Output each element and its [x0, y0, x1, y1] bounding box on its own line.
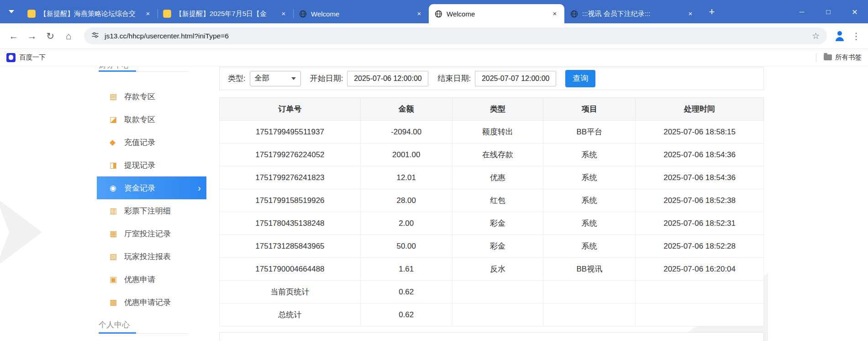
table-header-row: 订单号 金额 类型 项目 处理时间 — [220, 98, 764, 121]
header-processed-time: 处理时间 — [636, 98, 764, 121]
table-row: 1751799158519926 28.00 红包 系统 2025-07-06 … — [220, 189, 764, 212]
home-button[interactable]: ⌂ — [59, 27, 78, 45]
window-controls: ─ □ × — [789, 0, 868, 23]
new-tab-button[interactable]: + — [705, 6, 718, 19]
forward-button[interactable]: → — [23, 27, 41, 45]
query-button[interactable]: 查询 — [565, 70, 595, 87]
tab-close-icon[interactable]: × — [686, 10, 694, 18]
tab-close-icon[interactable]: × — [415, 10, 423, 18]
type-select[interactable]: 全部 — [250, 71, 301, 86]
divider — [816, 53, 816, 62]
pagination-box — [219, 332, 764, 341]
cell-project: BB平台 — [543, 121, 636, 144]
tab-title: 【新提醒】2025年7月5日【金 — [175, 10, 275, 18]
hall-bet-icon: ▦ — [110, 229, 124, 239]
baidu-icon — [6, 53, 16, 62]
start-date-input[interactable] — [347, 71, 428, 86]
person-icon — [834, 31, 845, 42]
table-row: 1751780435138248 2.00 彩金 系统 2025-07-06 1… — [220, 212, 764, 235]
reload-button[interactable]: ↻ — [41, 27, 59, 45]
profile-icon[interactable] — [831, 27, 849, 45]
close-window-button[interactable]: × — [842, 0, 868, 23]
tab-title: Welcome — [311, 10, 411, 18]
cell-type: 彩金 — [452, 235, 543, 258]
table-row: 1751731285843965 50.00 彩金 系统 2025-07-06 … — [220, 235, 764, 258]
site-info-icon[interactable] — [91, 31, 99, 41]
table-row-grand-total: 总统计 0.62 — [220, 304, 764, 326]
cell-time: 2025-07-06 18:52:28 — [636, 235, 764, 258]
recharge-icon: ◆ — [110, 138, 124, 147]
sidebar-menu: ▤ 存款专区 ◪ 取款专区 ◆ 充值记录 ◨ 提现记录 ◉ 资金记录 — [97, 85, 206, 314]
sidebar-item-label: 彩票下注明细 — [124, 206, 171, 216]
forum-favicon-icon — [27, 10, 36, 18]
sidebar-item-recharge-records[interactable]: ◆ 充值记录 — [97, 131, 206, 154]
tab-close-icon[interactable]: × — [279, 10, 288, 18]
cell-time: 2025-07-06 18:52:31 — [636, 212, 764, 235]
bookmark-baidu[interactable]: 百度一下 — [6, 53, 46, 62]
header-order-id: 订单号 — [220, 98, 361, 121]
cell-type: 反水 — [452, 258, 543, 281]
browser-window: 【新提醒】海燕策略论坛综合交 × 【新提醒】2025年7月5日【金 × Welc… — [0, 0, 868, 341]
menu-dots-icon[interactable]: ⋮ — [849, 27, 863, 45]
cell-amount: 1.61 — [360, 258, 452, 281]
end-date-label: 结束日期: — [437, 73, 471, 84]
cell-empty — [636, 304, 764, 326]
header-project: 项目 — [543, 98, 636, 121]
cell-order-id: 1751799495511937 — [220, 121, 361, 144]
tab-title: 【新提醒】海燕策略论坛综合交 — [40, 10, 140, 18]
cell-time: 2025-07-06 16:20:04 — [636, 258, 764, 281]
cell-type: 红包 — [452, 189, 543, 212]
sidebar-item-label: 取款专区 — [124, 114, 155, 125]
page-content: 财务中心 ▤ 存款专区 ◪ 取款专区 ◆ 充值记录 ◨ 提现记录 — [0, 66, 868, 341]
sidebar-item-promo-application[interactable]: ▣ 优惠申请 — [97, 268, 206, 291]
sidebar-item-player-bet-report[interactable]: ▧ 玩家投注报表 — [97, 245, 206, 268]
bookmark-star-icon[interactable]: ☆ — [812, 31, 820, 41]
sidebar-item-lottery-bet-details[interactable]: ▥ 彩票下注明细 — [97, 199, 206, 222]
sidebar-item-funds-records[interactable]: ◉ 资金记录 › — [97, 176, 206, 199]
table-row: 1751790004664488 1.61 反水 BB视讯 2025-07-06… — [220, 258, 764, 281]
sidebar-item-label: 玩家投注报表 — [124, 251, 171, 262]
player-report-icon: ▧ — [110, 252, 124, 261]
promo-record-icon: ▩ — [110, 298, 124, 307]
sidebar-item-withdrawal-records[interactable]: ◨ 提现记录 — [97, 154, 206, 176]
tab-close-icon[interactable]: × — [551, 10, 559, 18]
browser-tab-welcome-active[interactable]: Welcome × — [429, 4, 564, 23]
cell-time: 2025-07-06 18:52:38 — [636, 189, 764, 212]
tab-search-chevron-icon[interactable] — [5, 0, 18, 23]
tab-strip: 【新提醒】海燕策略论坛综合交 × 【新提醒】2025年7月5日【金 × Welc… — [0, 0, 868, 23]
browser-tab-welcome-1[interactable]: Welcome × — [293, 4, 429, 23]
sidebar-item-hall-bet-records[interactable]: ▦ 厅室投注记录 — [97, 222, 206, 245]
cell-time: 2025-07-06 18:54:36 — [636, 144, 764, 166]
cell-amount: 2.00 — [360, 212, 452, 235]
end-date-input[interactable] — [475, 71, 556, 86]
minimize-button[interactable]: ─ — [789, 0, 815, 23]
browser-tab-video-records[interactable]: :::视讯 会员下注纪录::: × — [564, 4, 700, 23]
cell-amount: 12.01 — [360, 166, 452, 189]
cell-empty — [543, 281, 636, 304]
chevron-right-icon: › — [198, 183, 201, 193]
cell-project: 系统 — [543, 166, 636, 189]
withdrawal-record-icon: ◨ — [110, 160, 124, 170]
tab-close-icon[interactable]: × — [144, 10, 152, 18]
browser-tab-forum-1[interactable]: 【新提醒】海燕策略论坛综合交 × — [22, 4, 158, 23]
sidebar-item-label: 存款专区 — [124, 91, 155, 102]
cell-order-id: 1751731285843965 — [220, 235, 361, 258]
back-button[interactable]: ← — [5, 27, 23, 45]
sidebar-item-label: 提现记录 — [124, 160, 155, 170]
sidebar-item-withdraw-zone[interactable]: ◪ 取款专区 — [97, 108, 206, 131]
sidebar-item-deposit-zone[interactable]: ▤ 存款专区 — [97, 85, 206, 108]
maximize-button[interactable]: □ — [815, 0, 842, 23]
all-bookmarks[interactable]: 所有书签 — [816, 53, 862, 62]
cell-empty — [543, 304, 636, 326]
cell-type: 额度转出 — [452, 121, 543, 144]
sidebar-item-promo-application-records[interactable]: ▩ 优惠申请记录 — [97, 291, 206, 314]
globe-favicon-icon — [434, 10, 442, 18]
deposit-icon: ▤ — [110, 92, 124, 101]
url-text[interactable]: js13.cc/hhcp/usercenter.html?iniType=6 — [105, 32, 812, 40]
cell-type: 在线存款 — [452, 144, 543, 166]
table-row: 1751799276224052 2001.00 在线存款 系统 2025-07… — [220, 144, 764, 166]
section-underline — [99, 71, 188, 72]
browser-tab-forum-2[interactable]: 【新提醒】2025年7月5日【金 × — [158, 4, 293, 23]
address-bar[interactable]: js13.cc/hhcp/usercenter.html?iniType=6 ☆ — [84, 27, 827, 44]
section-title: 个人中心 — [99, 320, 190, 330]
